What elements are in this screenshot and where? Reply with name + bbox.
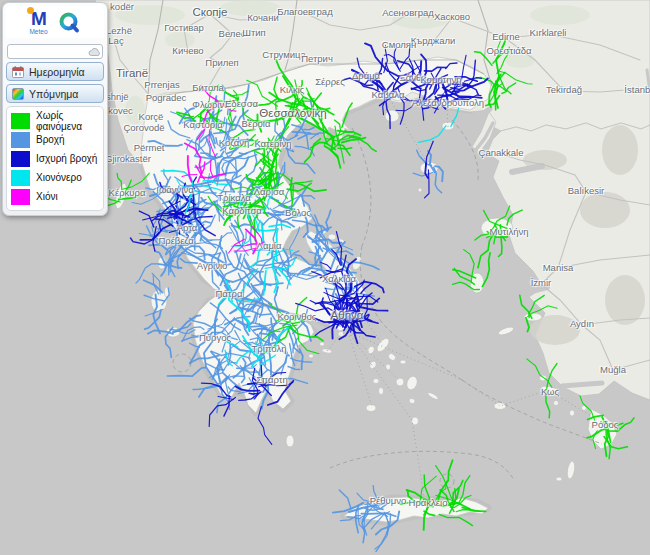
date-button[interactable]: Ημερομηνία xyxy=(6,62,104,81)
date-button-label: Ημερομηνία xyxy=(29,66,85,78)
q-logo[interactable] xyxy=(58,11,81,34)
weather-map-app: kodërLezhëLaçСкопјеГостиварКочаниБлагоев… xyxy=(0,0,650,555)
calendar-icon xyxy=(12,66,24,78)
legend-item: Χιόνι xyxy=(11,187,99,206)
legend-swatch xyxy=(11,170,30,186)
cloud-icon[interactable] xyxy=(88,43,101,54)
legend-item-label: Χιόνι xyxy=(36,191,58,202)
legend-swatch xyxy=(11,113,30,129)
legend-swatch xyxy=(11,151,30,167)
q-logo-icon xyxy=(58,11,81,34)
legend-item-label: Βροχή xyxy=(36,134,64,145)
rainbow-icon xyxy=(12,88,24,100)
meteo-logo[interactable]: M Meteo xyxy=(29,9,47,36)
legend-swatch xyxy=(11,132,30,148)
legend-button[interactable]: Υπόμνημα xyxy=(6,84,104,103)
legend-swatch xyxy=(11,189,30,205)
legend-button-label: Υπόμνημα xyxy=(29,88,78,100)
legend-item-label: Ισχυρή βροχή xyxy=(36,153,97,164)
logo-bar: M Meteo xyxy=(6,6,104,38)
meteo-dot-icon xyxy=(27,7,34,14)
legend-item: Χιονόνερο xyxy=(11,168,99,187)
legend-item-label: Χιονόνερο xyxy=(36,172,82,183)
legend-item: Βροχή xyxy=(11,130,99,149)
search-row xyxy=(7,41,103,59)
legend-item-label: Χωρίς φαινόμενα xyxy=(36,110,99,132)
control-panel: M Meteo xyxy=(2,2,108,216)
meteo-logo-label: Meteo xyxy=(29,29,47,36)
legend-item: Χωρίς φαινόμενα xyxy=(11,111,99,130)
legend-item: Ισχυρή βροχή xyxy=(11,149,99,168)
legend-panel: Χωρίς φαινόμενα Βροχή Ισχυρή βροχή Χιονό… xyxy=(6,106,104,211)
